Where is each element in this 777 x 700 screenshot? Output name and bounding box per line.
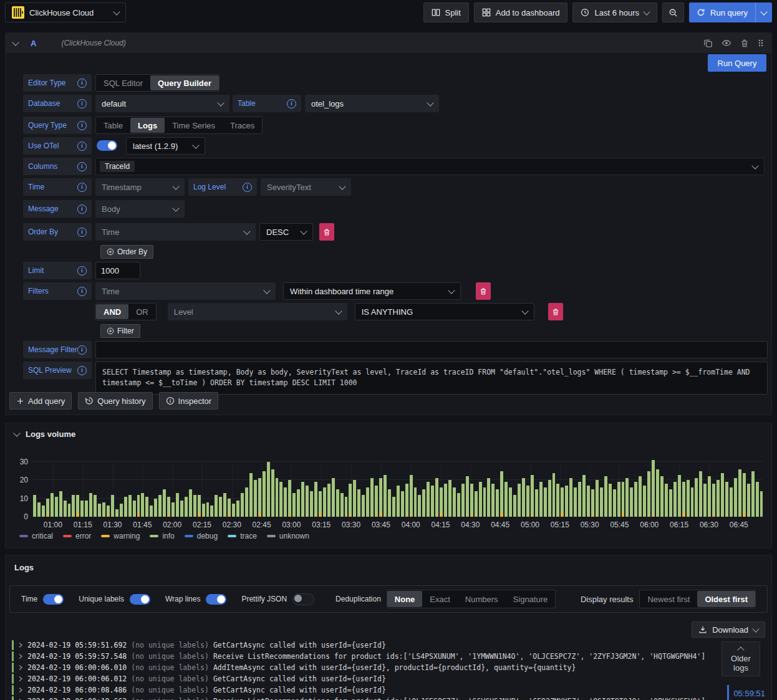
- info-icon[interactable]: i: [77, 79, 87, 88]
- log-row[interactable]: 2024-02-19 06:00:08.486(no unique labels…: [12, 684, 753, 696]
- table-select[interactable]: otel_logs: [305, 95, 439, 112]
- deduplication-option-exact[interactable]: Exact: [422, 591, 458, 607]
- editor-type-option-query-builder[interactable]: Query Builder: [150, 75, 219, 90]
- legend-item-critical[interactable]: critical: [19, 532, 53, 540]
- query-type-option-table[interactable]: Table: [96, 118, 130, 133]
- log-row[interactable]: 2024-02-19 05:59:51.692(no unique labels…: [12, 640, 753, 651]
- info-icon[interactable]: i: [77, 141, 87, 151]
- info-icon[interactable]: i: [77, 183, 87, 192]
- order-by-field-select[interactable]: Time: [95, 223, 256, 241]
- legend-item-trace[interactable]: trace: [228, 532, 257, 540]
- filter-condition-op-select[interactable]: IS ANYTHING: [355, 303, 534, 320]
- hide-query-button[interactable]: [722, 38, 731, 48]
- unique-labels-toggle[interactable]: [130, 594, 150, 605]
- angle-right-icon[interactable]: [18, 676, 23, 682]
- time-toggle[interactable]: [43, 594, 64, 605]
- run-query-button[interactable]: Run query: [689, 2, 755, 22]
- info-icon[interactable]: i: [287, 99, 296, 108]
- remove-filter-button[interactable]: [476, 282, 491, 300]
- deduplication-option-numbers[interactable]: Numbers: [458, 591, 506, 607]
- query-type-option-time-series[interactable]: Time Series: [165, 118, 223, 133]
- filter-condition-field-select[interactable]: Level: [168, 303, 347, 320]
- legend-item-unknown[interactable]: unknown: [267, 532, 309, 540]
- older-logs-button[interactable]: Older logs: [722, 641, 760, 676]
- info-icon[interactable]: i: [77, 287, 87, 296]
- angle-right-icon[interactable]: [18, 664, 23, 671]
- add-order-by-button[interactable]: Order By: [100, 245, 153, 259]
- filter-andor-option-or[interactable]: OR: [128, 304, 156, 319]
- database-select[interactable]: default: [95, 95, 229, 112]
- message-filter-input[interactable]: [95, 341, 768, 358]
- otel-version-select[interactable]: latest (1.2.9): [126, 137, 205, 155]
- inspector-button[interactable]: Inspector: [159, 392, 218, 410]
- use-otel-toggle[interactable]: [97, 140, 117, 151]
- info-icon[interactable]: i: [77, 99, 87, 108]
- info-icon[interactable]: i: [77, 204, 87, 214]
- query-history-button[interactable]: Query history: [78, 392, 152, 410]
- query-type-option-traces[interactable]: Traces: [223, 118, 262, 133]
- remove-query-button[interactable]: [740, 39, 749, 48]
- add-to-dashboard-button[interactable]: Add to dashboard: [474, 2, 568, 22]
- filter-field-select[interactable]: Time: [95, 282, 276, 300]
- run-query-caret[interactable]: [755, 2, 772, 22]
- download-button[interactable]: Download: [692, 621, 765, 638]
- run-query-split-button[interactable]: Run query: [689, 2, 772, 22]
- display-results-option-newest-first[interactable]: Newest first: [640, 591, 697, 607]
- volume-bar: [206, 502, 210, 517]
- legend-item-debug[interactable]: debug: [185, 532, 218, 540]
- time-column-select[interactable]: Timestamp: [95, 178, 185, 196]
- info-icon[interactable]: i: [77, 121, 87, 130]
- column-chip[interactable]: TraceId: [100, 161, 135, 172]
- remove-order-by-button[interactable]: [319, 223, 334, 241]
- remove-condition-button[interactable]: [548, 303, 563, 320]
- duplicate-query-button[interactable]: [703, 39, 713, 48]
- wrap-lines-toggle[interactable]: [206, 594, 226, 605]
- zoom-out-button[interactable]: [662, 2, 684, 22]
- order-by-direction-select[interactable]: DESC: [259, 223, 313, 241]
- collapse-chevron-icon[interactable]: [13, 429, 20, 436]
- collapse-chevron-icon[interactable]: [12, 39, 19, 46]
- volume-bar: [652, 460, 655, 517]
- log-row[interactable]: 2024-02-19 06:00:06.010(no unique labels…: [12, 662, 753, 673]
- chevron-down-icon: [448, 287, 455, 294]
- deduplication-option-signature[interactable]: Signature: [506, 591, 556, 607]
- deduplication-option-none[interactable]: None: [387, 591, 423, 607]
- query-type-option-logs[interactable]: Logs: [130, 118, 165, 133]
- add-query-button[interactable]: Add query: [9, 392, 72, 410]
- log-row[interactable]: 2024-02-19 06:00:06.012(no unique labels…: [12, 673, 753, 684]
- add-filter-button[interactable]: Filter: [100, 324, 140, 338]
- log-row[interactable]: 2024-02-19 05:59:57.548(no unique labels…: [12, 651, 753, 662]
- editor-type-option-sql-editor[interactable]: SQL Editor: [96, 75, 150, 90]
- info-icon[interactable]: i: [77, 162, 87, 171]
- message-column-select[interactable]: Body: [95, 200, 185, 218]
- info-icon[interactable]: i: [77, 366, 87, 375]
- info-icon[interactable]: i: [77, 345, 87, 355]
- legend-item-error[interactable]: error: [63, 532, 91, 540]
- volume-bar: [483, 487, 486, 517]
- volume-bar: [249, 473, 253, 517]
- datasource-picker[interactable]: ClickHouse Cloud: [5, 2, 126, 22]
- angle-right-icon[interactable]: [18, 653, 23, 659]
- split-button[interactable]: Split: [423, 2, 469, 22]
- angle-right-icon[interactable]: [18, 687, 23, 693]
- query-row-header[interactable]: A (ClickHouse Cloud): [6, 33, 771, 53]
- drag-handle-icon[interactable]: [758, 38, 764, 48]
- filter-operator-select[interactable]: Within dashboard time range: [283, 282, 461, 300]
- legend-item-info[interactable]: info: [150, 532, 174, 540]
- limit-input[interactable]: [95, 262, 140, 279]
- columns-label: Columnsi: [23, 158, 92, 175]
- prettify-json-toggle[interactable]: [292, 593, 314, 605]
- filter-andor-option-and[interactable]: AND: [96, 304, 128, 319]
- log-row[interactable]: 2024-02-19 06:00:18.663(no unique labels…: [12, 696, 753, 700]
- info-icon[interactable]: i: [77, 266, 87, 276]
- legend-item-warning[interactable]: warning: [101, 532, 140, 540]
- columns-multiselect[interactable]: TraceId: [95, 158, 765, 175]
- time-range-picker[interactable]: Last 6 hours: [572, 2, 657, 22]
- volume-bar: [643, 486, 646, 517]
- angle-right-icon[interactable]: [18, 642, 23, 648]
- log-level-select[interactable]: SeverityText: [261, 178, 351, 196]
- display-results-option-oldest-first[interactable]: Oldest first: [697, 591, 755, 607]
- volume-bar: [271, 469, 274, 517]
- info-icon[interactable]: i: [243, 183, 252, 192]
- info-icon[interactable]: i: [77, 228, 87, 237]
